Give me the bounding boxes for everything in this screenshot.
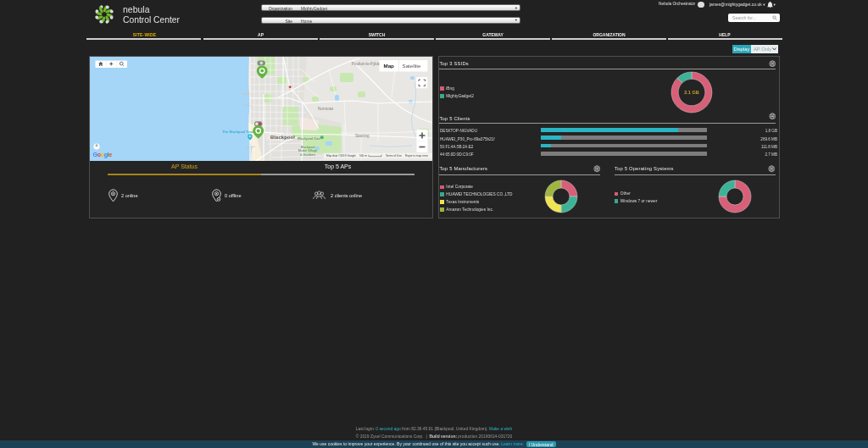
svg-text:500 m: 500 m [359, 154, 367, 158]
svg-text:Normoss: Normoss [318, 107, 334, 111]
svg-text:Google: Google [93, 152, 113, 158]
svg-text:Blackpool Zoo: Blackpool Zoo [298, 136, 320, 141]
svg-text:Blackpool: Blackpool [301, 146, 315, 149]
svg-text:Map data ©2019 Google: Map data ©2019 Google [326, 154, 356, 158]
svg-text:Poulton-le-Fylde: Poulton-le-Fylde [352, 62, 381, 66]
svg-text:Model Village: Model Village [298, 149, 318, 152]
svg-text:The Blackpool Tower: The Blackpool Tower [222, 130, 256, 134]
svg-text:2.1 GB: 2.1 GB [684, 90, 699, 95]
svg-text:Terms of Use: Terms of Use [386, 154, 402, 158]
svg-text:Report a map error: Report a map error [405, 154, 429, 158]
svg-text:Blackpool: Blackpool [270, 135, 295, 140]
svg-text:Map: Map [384, 63, 395, 69]
svg-text:Staining: Staining [355, 134, 370, 138]
svg-text:Satellite: Satellite [403, 63, 422, 69]
svg-text:& Gardens: & Gardens [300, 153, 315, 157]
